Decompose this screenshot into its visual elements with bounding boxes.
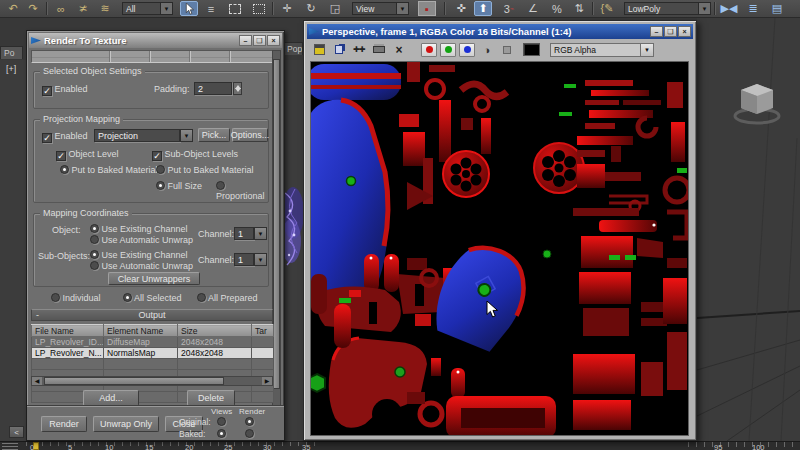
unlink-icon[interactable]: ≭ xyxy=(74,1,92,16)
projection-modifier-dropdown[interactable]: Projection xyxy=(94,129,180,142)
table-header-row[interactable]: File Name Element Name Size Tar xyxy=(32,325,274,337)
snaps-toggle-active-button[interactable]: ⬆ xyxy=(474,1,492,16)
original-render-radio[interactable] xyxy=(245,417,254,426)
maximize-button[interactable]: ❑ xyxy=(664,26,677,37)
selection-filter-dropdown[interactable]: All▼ xyxy=(122,2,160,15)
clear-icon[interactable]: × xyxy=(391,43,407,57)
proportional-radio[interactable]: Proportional xyxy=(216,181,268,201)
mini-curve-editor-icon[interactable] xyxy=(2,443,18,450)
enabled-checkbox[interactable]: ✓ Enabled xyxy=(42,84,88,96)
viewcube[interactable] xyxy=(731,76,783,126)
baked-views-radio[interactable] xyxy=(217,429,226,438)
crossing-selection-button[interactable] xyxy=(250,1,268,16)
scrollbar-thumb[interactable] xyxy=(273,59,280,389)
table-row-selected[interactable]: LP_Revolver_N...NormalsMap2048x2048 xyxy=(32,348,274,359)
reference-coordinate-dropdown[interactable]: View▼ xyxy=(352,2,396,15)
collapse-icon[interactable]: - xyxy=(36,310,39,321)
print-icon[interactable] xyxy=(371,43,387,57)
link-icon[interactable]: ∞ xyxy=(52,1,70,16)
track-bar[interactable]: 0 5 10 15 20 25 30 35 95 100 xyxy=(0,441,800,450)
undo-icon[interactable]: ↶ xyxy=(4,1,22,16)
percent-snap-toggle[interactable]: % xyxy=(548,1,566,16)
close-button[interactable]: × xyxy=(678,26,691,37)
all-selected-radio[interactable]: All Selected xyxy=(123,293,182,303)
object-use-auto-radio[interactable]: Use Automatic Unwrap xyxy=(90,235,193,245)
dialog-titlebar[interactable]: Render To Texture – ❑ × xyxy=(29,33,282,48)
bind-to-spacewarp-icon[interactable]: ≋ xyxy=(96,1,114,16)
channel-display-icon[interactable]: ✚✚ xyxy=(351,43,367,57)
use-pivot-point-button[interactable]: ▪ xyxy=(418,1,436,16)
channel-dropdown[interactable]: RGB Alpha▼ xyxy=(550,43,654,57)
table-row[interactable] xyxy=(32,392,274,403)
dropdown-arrow-icon[interactable]: ▼ xyxy=(396,2,409,15)
all-prepared-radio[interactable]: All Prepared xyxy=(197,293,258,303)
rectangular-selection-region-button[interactable] xyxy=(226,1,244,16)
dropdown-arrow-icon[interactable]: ▼ xyxy=(180,129,193,142)
clear-unwrappers-button[interactable]: Clear Unwrappers xyxy=(108,272,200,285)
redo-icon[interactable]: ↷ xyxy=(24,1,42,16)
pick-button[interactable]: Pick... xyxy=(198,128,230,142)
individual-radio[interactable]: Individual xyxy=(51,293,101,303)
background-color-swatch[interactable] xyxy=(523,43,540,56)
subobject-use-auto-radio[interactable]: Use Automatic Unwrap xyxy=(90,261,193,271)
full-size-radio[interactable]: Full Size xyxy=(156,181,202,191)
dropdown-arrow-icon[interactable]: ▼ xyxy=(698,2,711,15)
scroll-left-icon[interactable]: ◀ xyxy=(32,377,42,385)
select-by-name-button[interactable]: ≡ xyxy=(202,1,220,16)
snap-3d-toggle[interactable]: 3⌁ xyxy=(500,1,518,16)
table-row[interactable]: LP_Revolver_ID...DiffuseMap2048x2048 xyxy=(32,337,274,348)
timeline-scroll-left-button[interactable]: < xyxy=(9,426,24,438)
named-selection-set-dropdown[interactable]: LowPoly▼ xyxy=(624,2,698,15)
align-button[interactable]: ≣ xyxy=(744,1,762,16)
blue-channel-toggle[interactable] xyxy=(459,43,475,57)
output-table[interactable]: File Name Element Name Size Tar LP_Revol… xyxy=(31,324,274,403)
select-and-manipulate-button[interactable]: ✜ xyxy=(452,1,470,16)
edit-named-selection-sets-button[interactable]: {✎ xyxy=(598,1,616,16)
dropdown-arrow-icon[interactable]: ▼ xyxy=(254,227,267,240)
object-level-checkbox[interactable]: ✓ Object Level xyxy=(56,149,119,161)
put-to-baked-material-radio-left[interactable]: Put to Baked Material xyxy=(60,165,158,175)
select-and-rotate-button[interactable]: ↻ xyxy=(302,1,320,16)
dropdown-arrow-icon[interactable]: ▼ xyxy=(160,2,173,15)
padding-spinner[interactable] xyxy=(233,82,242,95)
dropdown-arrow-icon[interactable]: ▼ xyxy=(640,44,653,56)
options-button[interactable]: Options... xyxy=(232,128,268,142)
spinner-snap-toggle[interactable]: ⇅ xyxy=(570,1,588,16)
padding-field[interactable]: 2 xyxy=(194,82,232,95)
mirror-button[interactable]: ▶◀ xyxy=(720,1,738,16)
scroll-right-icon[interactable]: ▶ xyxy=(262,377,272,385)
close-button[interactable]: × xyxy=(267,35,280,46)
original-views-radio[interactable] xyxy=(217,417,226,426)
green-channel-toggle[interactable] xyxy=(440,43,456,57)
projection-enabled-checkbox[interactable]: ✓ Enabled xyxy=(42,131,88,143)
viewport-menu-label[interactable]: [+] xyxy=(6,64,16,74)
maximize-button[interactable]: ❑ xyxy=(253,35,266,46)
render-button[interactable]: Render xyxy=(41,416,87,432)
unwrap-only-button[interactable]: Unwrap Only xyxy=(93,416,159,432)
save-bitmap-icon[interactable] xyxy=(311,43,327,57)
objects-to-bake-list-partial[interactable] xyxy=(31,50,273,63)
table-row[interactable] xyxy=(32,359,274,370)
scrollbar-thumb[interactable] xyxy=(44,377,224,385)
rfw-titlebar[interactable]: Perspective, frame 1, RGBA Color 16 Bits… xyxy=(307,24,693,39)
put-to-baked-material-radio-right[interactable]: Put to Baked Material xyxy=(156,165,254,175)
render-canvas[interactable] xyxy=(310,61,689,436)
layer-manager-button[interactable]: ▤ xyxy=(768,1,786,16)
subobject-use-existing-radio[interactable]: Use Existing Channel xyxy=(90,250,188,260)
angle-snap-toggle[interactable]: ∠ xyxy=(524,1,542,16)
object-use-existing-radio[interactable]: Use Existing Channel xyxy=(90,224,188,234)
output-rollout-header[interactable]: - Output xyxy=(31,309,273,321)
ribbon-tab-populate[interactable]: Popu xyxy=(283,42,303,55)
minimize-button[interactable]: – xyxy=(650,26,663,37)
minimize-button[interactable]: – xyxy=(239,35,252,46)
object-channel-dropdown[interactable]: 1 xyxy=(234,227,254,240)
dropdown-arrow-icon[interactable]: ▼ xyxy=(254,253,267,266)
select-and-scale-button[interactable]: ◲ xyxy=(326,1,344,16)
select-and-move-button[interactable]: ✛ xyxy=(278,1,296,16)
monochrome-icon[interactable] xyxy=(499,43,515,57)
red-channel-toggle[interactable] xyxy=(421,43,437,57)
baked-render-radio[interactable] xyxy=(245,429,254,438)
alpha-channel-icon[interactable]: ◑ xyxy=(479,43,495,57)
table-hscrollbar[interactable]: ◀ ▶ xyxy=(31,376,273,386)
clone-window-icon[interactable] xyxy=(331,43,347,57)
